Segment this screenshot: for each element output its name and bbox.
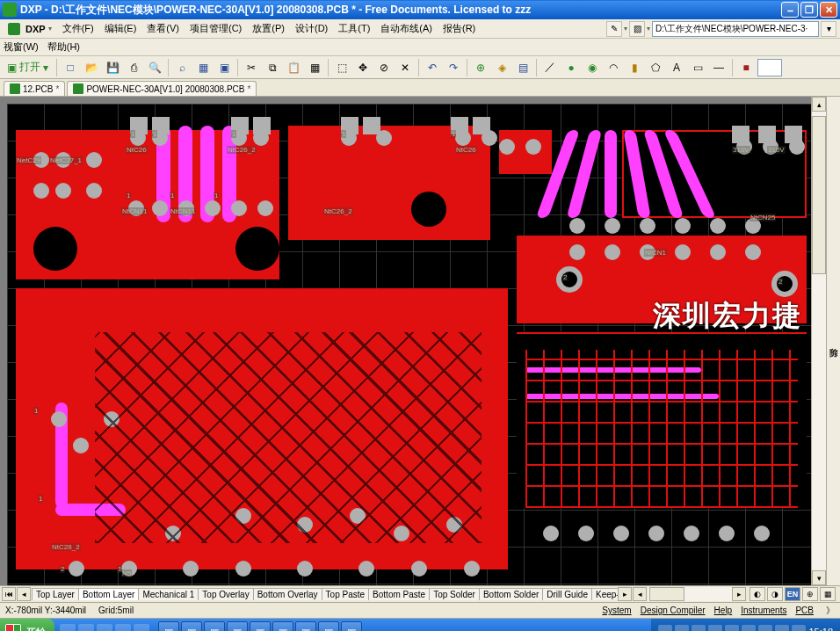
quicklaunch-icon[interactable]: [97, 624, 112, 631]
horizontal-scrollbar[interactable]: ◂ ▸: [633, 587, 747, 601]
select-icon[interactable]: ⬚: [332, 58, 351, 77]
menu-item[interactable]: 项目管理(C): [185, 20, 246, 37]
layer-tab[interactable]: Drill Guide: [542, 588, 592, 600]
fill-icon[interactable]: ▮: [625, 58, 644, 77]
copy-icon[interactable]: ⧉: [263, 58, 282, 77]
paste-rubber-icon[interactable]: ▦: [305, 58, 324, 77]
menu-item[interactable]: 设计(D): [291, 20, 332, 37]
quicklaunch-icon[interactable]: [60, 624, 76, 631]
layer-tab[interactable]: Bottom Overlay: [253, 588, 322, 600]
hscroll-left-icon[interactable]: ◂: [633, 587, 647, 601]
quicklaunch-icon[interactable]: [78, 624, 94, 631]
tray-icon[interactable]: [792, 625, 806, 631]
scroll-down-icon[interactable]: ▾: [812, 570, 826, 585]
undo-icon[interactable]: ↶: [423, 58, 442, 77]
menu-item[interactable]: 报告(R): [438, 20, 480, 37]
browse-icon[interactable]: ◈: [492, 58, 511, 77]
layer-tab[interactable]: Top Solder: [429, 588, 480, 600]
preview-icon[interactable]: 🔍: [145, 58, 164, 77]
save-icon[interactable]: 💾: [103, 58, 122, 77]
dxp-menu[interactable]: DXP ▾: [4, 21, 56, 37]
panel-link[interactable]: Design Compiler: [641, 606, 706, 615]
cut-icon[interactable]: ✂: [242, 58, 261, 77]
menu-item[interactable]: 查看(V): [142, 20, 184, 37]
polygon-icon[interactable]: ⬠: [646, 58, 665, 77]
menu-item[interactable]: 编辑(E): [100, 20, 141, 37]
tray-icon[interactable]: [658, 625, 672, 631]
clear-icon[interactable]: ✕: [395, 58, 415, 77]
document-tab[interactable]: 12.PCB*: [4, 81, 65, 96]
track-icon[interactable]: ／: [540, 58, 560, 77]
quicklaunch-icon[interactable]: [134, 624, 149, 631]
print-icon[interactable]: ⎙: [124, 58, 143, 77]
library-icon[interactable]: ▤: [513, 58, 532, 77]
tab-scroll-right-icon[interactable]: ▸: [618, 587, 632, 601]
folder-open-icon[interactable]: 📂: [82, 58, 101, 77]
maximize-button[interactable]: ❐: [800, 2, 818, 18]
side-panel-tab[interactable]: 剪除: [826, 97, 840, 585]
panel-link[interactable]: System: [602, 606, 631, 615]
grid-toggle-icon[interactable]: ▦: [820, 587, 836, 601]
document-tab[interactable]: POWER-NEC-30A[V1.0] 20080308.PCB*: [67, 81, 257, 96]
pcb-canvas[interactable]: NetC29NetC27_1NtC26NtC26_2NtC26310V310VN…: [7, 104, 811, 585]
scroll-up-icon[interactable]: ▴: [812, 97, 826, 112]
panel-link[interactable]: PCB: [795, 606, 814, 615]
menu-item[interactable]: 放置(P): [248, 20, 289, 37]
hscroll-thumb[interactable]: [649, 587, 684, 601]
menu-item[interactable]: 自动布线(A): [376, 20, 437, 37]
clear-mask-icon[interactable]: ◑: [767, 587, 783, 601]
tray-icon[interactable]: [742, 625, 756, 631]
lang-indicator[interactable]: EN: [785, 587, 800, 601]
open-button[interactable]: ▣ 打开 ▾: [3, 58, 53, 77]
deselect-icon[interactable]: ⊘: [374, 58, 394, 77]
paste-icon[interactable]: 📋: [284, 58, 303, 77]
task-button[interactable]: ▣: [250, 621, 271, 631]
redo-icon[interactable]: ↷: [444, 58, 463, 77]
path-input[interactable]: D:\工作文件\NEC模块\POWER-NEC-3·: [652, 21, 819, 37]
panel-link[interactable]: Instruments: [741, 606, 786, 615]
start-button[interactable]: 开始: [0, 619, 54, 631]
menu-item[interactable]: 视窗(W): [4, 40, 39, 54]
toolbar-pencil-icon[interactable]: ✎: [606, 21, 622, 37]
arc-icon[interactable]: ◠: [604, 58, 623, 77]
toolbar-save-icon[interactable]: ▧: [629, 21, 645, 37]
menu-item[interactable]: 文件(F): [58, 20, 98, 37]
move-icon[interactable]: ✥: [353, 58, 373, 77]
task-button[interactable]: ▣: [181, 621, 202, 631]
layer-tab[interactable]: Top Overlay: [198, 588, 253, 600]
task-button[interactable]: ▣: [204, 621, 225, 631]
via-icon[interactable]: ◉: [583, 58, 602, 77]
layer-tab[interactable]: Keep-Out Layer: [591, 588, 618, 600]
layer-color-icon[interactable]: ■: [736, 58, 756, 77]
layer-tab[interactable]: Top Paste: [322, 588, 369, 600]
task-button[interactable]: ▣: [318, 621, 339, 631]
layer-tab[interactable]: Bottom Layer: [78, 588, 139, 600]
task-button[interactable]: ▣: [272, 621, 293, 631]
clock[interactable]: 15:18: [808, 627, 833, 631]
tray-icon[interactable]: [775, 625, 789, 631]
pad-icon[interactable]: ●: [561, 58, 581, 77]
path-dropdown[interactable]: ▾: [821, 21, 836, 37]
tray-icon[interactable]: [692, 625, 706, 631]
zoom-select-icon[interactable]: ▣: [214, 58, 234, 77]
hscroll-right-icon[interactable]: ▸: [732, 587, 746, 601]
new-icon[interactable]: □: [61, 58, 80, 77]
zoom-window-icon[interactable]: ⌕: [172, 58, 192, 77]
menu-item[interactable]: 帮助(H): [47, 40, 80, 54]
panel-toggle-icon[interactable]: 》: [826, 605, 835, 617]
close-button[interactable]: ✕: [820, 2, 837, 18]
tab-scroll-left-icon[interactable]: ◂: [17, 587, 31, 601]
quicklaunch-icon[interactable]: [115, 624, 131, 631]
task-button[interactable]: ▣: [158, 621, 179, 631]
tray-icon[interactable]: [758, 625, 772, 631]
magnify-icon[interactable]: ⊕: [802, 587, 818, 601]
tray-icon[interactable]: [725, 625, 739, 631]
component-icon[interactable]: ▭: [688, 58, 707, 77]
tab-scroll-first-icon[interactable]: ⏮: [2, 587, 16, 601]
line-icon[interactable]: —: [709, 58, 728, 77]
cross-probe-icon[interactable]: ⊕: [471, 58, 490, 77]
panel-link[interactable]: Help: [714, 606, 733, 615]
task-button[interactable]: ▣: [227, 621, 248, 631]
layer-tab[interactable]: Bottom Paste: [368, 588, 430, 600]
string-icon[interactable]: A: [667, 58, 686, 77]
